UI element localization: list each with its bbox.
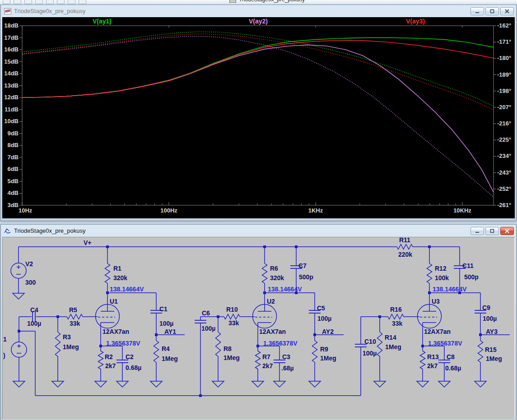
schematic-label-U1[interactable]: U1 <box>110 298 118 305</box>
schematic-label-100µ[interactable]: 100µ <box>159 320 173 327</box>
schematic-tab-fragment[interactable]: TriodeStage0x_pre_pokusy <box>229 0 305 3</box>
ground-symbol[interactable] <box>252 381 264 387</box>
schematic-label-138.14664V[interactable]: 138.14664V <box>268 286 302 293</box>
capacitor-C6[interactable] <box>195 320 206 323</box>
ground-symbol[interactable] <box>274 381 285 387</box>
schematic-label-138.14664V[interactable]: 138.14664V <box>110 286 144 293</box>
voltage-source-V2[interactable] <box>11 263 26 278</box>
schematic-label-12AX7an[interactable]: 12AX7an <box>102 328 129 335</box>
resistor-R9[interactable] <box>312 341 317 362</box>
schematic-label-C5[interactable]: C5 <box>317 305 325 312</box>
schematic-label-R10[interactable]: R10 <box>226 306 238 313</box>
schematic-label-R14[interactable]: R14 <box>385 334 396 341</box>
resistor-R14[interactable] <box>377 332 382 356</box>
close-button[interactable] <box>500 7 514 15</box>
schematic-label-C7[interactable]: C7 <box>298 262 307 269</box>
schematic-label-R7[interactable]: R7 <box>262 353 270 360</box>
schematic-label-C2[interactable]: C2 <box>126 353 134 360</box>
schematic-label-C4[interactable]: C4 <box>30 306 38 314</box>
schematic-label-V+[interactable]: V+ <box>84 239 92 246</box>
toolbar-icon-fragment[interactable] <box>57 0 65 4</box>
schematic-label-C10[interactable]: C10 <box>364 338 376 345</box>
resistor-R12[interactable] <box>427 263 432 283</box>
resistor-R8[interactable] <box>216 332 221 356</box>
schematic-label-C1[interactable]: C1 <box>159 305 168 313</box>
restore-button[interactable] <box>485 7 499 15</box>
resistor-R10[interactable] <box>224 314 240 319</box>
schematic-label-R16[interactable]: R16 <box>390 306 402 313</box>
minimize-button[interactable] <box>470 7 484 15</box>
schematic-label-100µ[interactable]: 100µ <box>27 320 41 327</box>
resistor-R16[interactable] <box>388 314 404 319</box>
schematic-titlebar[interactable]: TriodeStage0x_pre_pokusy <box>1 225 516 237</box>
close-button[interactable] <box>500 227 514 235</box>
ground-symbol[interactable] <box>417 381 429 387</box>
schematic-label-100µ[interactable]: 100µ <box>363 350 377 357</box>
schematic-label-AY1[interactable]: AY1 <box>164 328 176 335</box>
resistor-R13[interactable] <box>420 351 425 369</box>
schematic-label-12AX7an[interactable]: 12AX7an <box>424 328 451 335</box>
resistor-R11[interactable] <box>397 245 413 249</box>
resistor-R4[interactable] <box>154 341 159 362</box>
toolbar-icon-fragment[interactable] <box>14 0 21 4</box>
toolbar-icon-fragment[interactable] <box>68 0 75 4</box>
schematic-label-100µ[interactable]: 100µ <box>201 325 215 332</box>
schematic-label-1.3656378V[interactable]: 1.3656378V <box>106 340 140 347</box>
schematic-label-R6[interactable]: R6 <box>270 265 278 272</box>
restore-button[interactable] <box>485 227 499 235</box>
schematic-label-U3[interactable]: U3 <box>432 298 440 305</box>
schematic-label-C6[interactable]: C6 <box>202 309 210 317</box>
resistor-R3[interactable] <box>56 332 61 356</box>
schematic-label-320k[interactable]: 320k <box>270 274 284 282</box>
schematic-label-R3[interactable]: R3 <box>63 333 71 341</box>
schematic-label-1Meg[interactable]: 1Meg <box>320 355 336 362</box>
schematic-label-33k[interactable]: 33k <box>392 320 403 327</box>
resistor-R2[interactable] <box>98 351 103 369</box>
schematic-label-C9[interactable]: C9 <box>482 304 490 311</box>
toolbar-icon-fragment[interactable] <box>24 0 32 4</box>
schematic-label-100µ[interactable]: 100µ <box>483 315 497 322</box>
schematic-label-R12[interactable]: R12 <box>435 265 447 272</box>
schematic-label-1.3656378V[interactable]: 1.3656378V <box>428 340 462 347</box>
schematic-label-R15[interactable]: R15 <box>485 346 497 353</box>
schematic-label-R4[interactable]: R4 <box>162 345 170 352</box>
schematic-label-300[interactable]: 300 <box>25 279 36 286</box>
schematic-label-)[interactable]: ) <box>3 352 5 359</box>
ground-symbol[interactable] <box>475 381 486 387</box>
schematic-label-500p[interactable]: 500p <box>299 273 313 281</box>
schematic-label-2k7[interactable]: 2k7 <box>427 362 438 369</box>
schematic-label-1Meg[interactable]: 1Meg <box>486 355 502 362</box>
ground-symbol[interactable] <box>212 381 224 387</box>
ground-symbol[interactable] <box>150 381 162 387</box>
schematic-label-U2[interactable]: U2 <box>267 298 275 305</box>
schematic-label-100k[interactable]: 100k <box>435 274 449 282</box>
toolbar-icon-fragment[interactable] <box>35 0 43 4</box>
ground-symbol[interactable] <box>13 293 24 299</box>
schematic-label-138.14664V[interactable]: 138.14664V <box>433 286 467 293</box>
schematic-label-2k7[interactable]: 2k7 <box>105 362 116 369</box>
schematic-label-1Meg[interactable]: 1Meg <box>385 343 401 351</box>
resistor-R5[interactable] <box>67 314 83 319</box>
schematic-label-33k[interactable]: 33k <box>70 320 80 327</box>
resistor-R15[interactable] <box>478 341 483 362</box>
schematic-label-R9[interactable]: R9 <box>320 346 328 353</box>
voltage-source-V1[interactable] <box>11 342 27 357</box>
ground-symbol[interactable] <box>13 381 25 387</box>
schematic-label-1Meg[interactable]: 1Meg <box>224 354 240 361</box>
schematic-label-0.68µ[interactable]: 0.68µ <box>445 365 461 372</box>
resistor-R1[interactable] <box>105 263 110 283</box>
ground-symbol[interactable] <box>116 381 128 387</box>
schematic-label-320k[interactable]: 320k <box>113 274 127 282</box>
ground-symbol[interactable] <box>374 381 386 387</box>
waveform-plot-area[interactable]: V(ay1)V(ay2)V(ay3)18dB17dB16dB15dB14dB13… <box>2 17 514 218</box>
waveform-titlebar[interactable]: TriodeStage0x_pre_pokusy <box>1 5 516 17</box>
schematic-label-C3[interactable]: C3 <box>282 353 290 360</box>
schematic-label-C8[interactable]: C8 <box>447 353 455 360</box>
schematic-label-R11[interactable]: R11 <box>399 237 410 244</box>
ground-symbol[interactable] <box>438 381 450 387</box>
schematic-label-R2[interactable]: R2 <box>105 353 113 360</box>
toolbar-icon-fragment[interactable] <box>79 0 86 4</box>
resistor-R7[interactable] <box>256 351 261 369</box>
schematic-label-12AX7an[interactable]: 12AX7an <box>259 328 286 335</box>
schematic-label-220k[interactable]: 220k <box>398 251 412 258</box>
